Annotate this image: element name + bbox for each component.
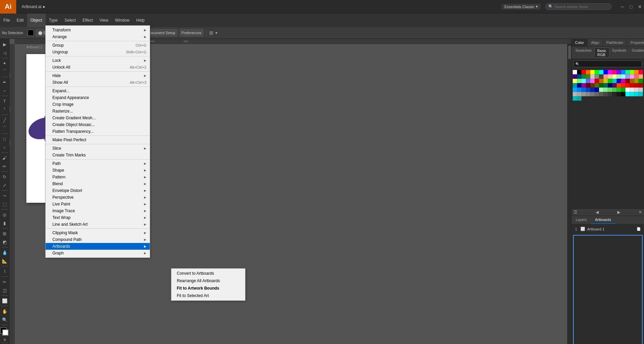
workspace-selector[interactable]: Essentials Classic ▾	[502, 4, 541, 9]
swatch[interactable]	[590, 83, 595, 88]
swatch[interactable]	[573, 74, 577, 79]
swatch[interactable]	[586, 88, 590, 92]
swatch[interactable]	[630, 83, 634, 88]
menu-item-ungroup[interactable]: UngroupShift+Ctrl+G	[46, 49, 150, 55]
swatch[interactable]	[612, 74, 617, 79]
line-tool[interactable]: ╱	[1, 116, 9, 124]
tab-pathfinder[interactable]: Pathfinder	[603, 39, 627, 46]
swatch[interactable]	[590, 70, 595, 74]
mesh-tool[interactable]: ⊞	[1, 229, 9, 238]
swatch[interactable]	[586, 74, 590, 79]
maximize-button[interactable]: □	[628, 3, 635, 10]
swatch[interactable]	[573, 88, 577, 92]
menu-item-create-trim-marks[interactable]: Create Trim Marks	[46, 152, 150, 158]
search-box[interactable]: 🔍	[545, 3, 612, 10]
menu-item-transform[interactable]: Transform▶	[46, 27, 150, 33]
swatch[interactable]	[603, 83, 608, 88]
swatch[interactable]	[573, 96, 577, 101]
warp-tool[interactable]: ⤳	[1, 192, 9, 200]
menu-item-perspective[interactable]: Perspective▶	[46, 194, 150, 201]
swatch[interactable]	[573, 70, 577, 74]
menu-item-graph[interactable]: Graph▶	[46, 250, 150, 256]
swatch[interactable]	[577, 70, 581, 74]
artboards-submenu[interactable]: Convert to ArtboardsRearrange All Artboa…	[171, 268, 245, 301]
swatch[interactable]	[577, 92, 581, 96]
swatch[interactable]	[621, 88, 625, 92]
swatch[interactable]	[595, 92, 599, 96]
magic-wand-tool[interactable]: ✦	[1, 59, 9, 67]
swatch[interactable]	[573, 79, 577, 83]
menu-item-pattern[interactable]: Pattern▶	[46, 174, 150, 180]
touch-type-tool[interactable]: ᵀ	[1, 105, 9, 114]
swatch[interactable]	[608, 70, 612, 74]
swatch[interactable]	[590, 92, 595, 96]
swatch[interactable]	[621, 70, 625, 74]
menu-item-create-gradient-mesh...[interactable]: Create Gradient Mesh...	[46, 115, 150, 121]
gradient-tool[interactable]: ◩	[1, 238, 9, 246]
pen-tool[interactable]: ✒	[1, 78, 9, 86]
swatch[interactable]	[603, 74, 608, 79]
menu-item-group[interactable]: GroupCtrl+G	[46, 42, 150, 49]
swatch[interactable]	[625, 79, 630, 83]
swatch-library-icon[interactable]: ☰	[574, 210, 577, 215]
swatch[interactable]	[581, 74, 586, 79]
measure-tool[interactable]: 📐	[1, 257, 9, 265]
menu-item-artboards[interactable]: Artboards▶	[46, 243, 150, 250]
menu-item-lock[interactable]: Lock▶	[46, 57, 150, 64]
menu-item-live-paint[interactable]: Live Paint▶	[46, 201, 150, 207]
menu-item-edit[interactable]: Edit	[13, 14, 27, 27]
swatch[interactable]	[639, 70, 643, 74]
swatch[interactable]	[581, 79, 586, 83]
menu-item-path[interactable]: Path▶	[46, 160, 150, 167]
swatch[interactable]	[617, 70, 621, 74]
menu-item-window[interactable]: Window	[112, 14, 133, 27]
rotate-tool[interactable]: ↻	[1, 173, 9, 181]
swatch[interactable]	[603, 92, 608, 96]
menu-item-expand-appearance[interactable]: Expand Appearance	[46, 94, 150, 101]
swatch[interactable]	[630, 74, 634, 79]
swatch[interactable]	[621, 92, 625, 96]
tab-layers[interactable]: Layers	[572, 216, 591, 224]
submenu-item-convert-to-artboards[interactable]: Convert to Artboards	[171, 270, 245, 277]
submenu-item-rearrange-all-artboards[interactable]: Rearrange All Artboards	[171, 277, 245, 285]
menu-item-image-trace[interactable]: Image Trace▶	[46, 207, 150, 214]
menu-item-make-pixel-perfect[interactable]: Make Pixel Perfect	[46, 137, 150, 143]
swatch[interactable]	[599, 74, 603, 79]
direct-selection-tool[interactable]: ◁	[1, 49, 9, 57]
menu-item-help[interactable]: Help	[133, 14, 148, 27]
menu-item-hide[interactable]: Hide▶	[46, 72, 150, 79]
close-button[interactable]: ✕	[636, 3, 644, 10]
swatch[interactable]	[599, 79, 603, 83]
swatch[interactable]	[639, 88, 643, 92]
close-panel[interactable]: ✕	[639, 210, 642, 215]
swatch[interactable]	[621, 79, 625, 83]
swatch[interactable]	[630, 70, 634, 74]
swatch[interactable]	[617, 74, 621, 79]
swatch[interactable]	[577, 83, 581, 88]
swatch[interactable]	[590, 74, 595, 79]
swatch[interactable]	[608, 92, 612, 96]
swatch[interactable]	[595, 70, 599, 74]
swatch[interactable]	[581, 70, 586, 74]
tab-align[interactable]: Align	[588, 39, 603, 46]
free-transform-tool[interactable]: ⬚	[1, 200, 9, 208]
swatch[interactable]	[599, 70, 603, 74]
swatch[interactable]	[625, 88, 630, 92]
swatch[interactable]	[630, 92, 634, 96]
color-tab-swatches[interactable]: Swatches	[573, 48, 594, 58]
swatch[interactable]	[634, 92, 639, 96]
swatch[interactable]	[586, 70, 590, 74]
pencil-tool[interactable]: ✏	[1, 162, 9, 170]
search-input[interactable]	[554, 5, 609, 9]
swatch[interactable]	[577, 79, 581, 83]
swatch[interactable]	[639, 83, 643, 88]
swatch[interactable]	[617, 79, 621, 83]
swatch[interactable]	[590, 88, 595, 92]
rectangle-tool[interactable]: □	[1, 135, 9, 143]
swatch[interactable]	[634, 74, 639, 79]
swatch[interactable]	[590, 79, 595, 83]
swatch[interactable]	[573, 83, 577, 88]
swatch[interactable]	[625, 70, 630, 74]
swatch[interactable]	[612, 70, 617, 74]
swatch[interactable]	[586, 92, 590, 96]
